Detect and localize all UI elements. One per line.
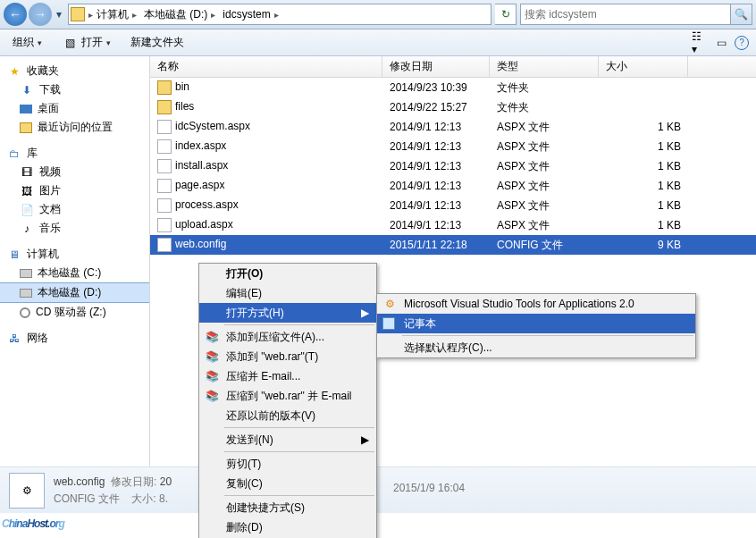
archive-icon: 📚: [205, 330, 219, 344]
file-name: files: [175, 100, 194, 113]
folder-icon: [157, 80, 172, 95]
file-date: 2014/9/22 15:27: [382, 101, 490, 113]
refresh-button[interactable]: ↻: [495, 4, 517, 25]
file-type: ASPX 文件: [490, 218, 599, 233]
desktop-icon: [20, 105, 32, 113]
context-menu: 打开(O) 编辑(E) 打开方式(H)▶ 📚添加到压缩文件(A)... 📚添加到…: [198, 263, 377, 538]
ctx-delete[interactable]: 删除(D): [199, 517, 376, 537]
file-type: ASPX 文件: [490, 179, 599, 194]
open-with-submenu: ⚙Microsoft Visual Studio Tools for Appli…: [376, 293, 696, 358]
folder-icon: [157, 100, 172, 114]
ctx-openwith-notepad[interactable]: 记事本: [377, 314, 695, 333]
sidebar-item-videos[interactable]: 🎞视频: [0, 163, 149, 181]
table-row[interactable]: install.aspx2014/9/1 12:13ASPX 文件1 KB: [150, 156, 756, 176]
back-button[interactable]: ←: [4, 3, 27, 26]
disc-icon: [20, 307, 30, 318]
navigation-pane: ★收藏夹 ⬇下载 桌面 最近访问的位置 🗀库 🎞视频 🖼图片 📄文档 ♪音乐 🖥…: [0, 56, 150, 467]
table-row[interactable]: upload.aspx2014/9/1 12:13ASPX 文件1 KB: [150, 215, 756, 235]
table-row[interactable]: page.aspx2014/9/1 12:13ASPX 文件1 KB: [150, 176, 756, 196]
ctx-open-with[interactable]: 打开方式(H)▶: [199, 303, 376, 323]
ctx-cut[interactable]: 剪切(T): [199, 454, 376, 474]
address-bar: ← → ▾ 计算机 本地磁盘 (D:) idcsystem ↻ 🔍: [0, 0, 756, 29]
col-size[interactable]: 大小: [599, 56, 688, 77]
ctx-zip-email[interactable]: 📚压缩并 E-mail...: [199, 366, 376, 386]
file-name: index.aspx: [175, 139, 226, 152]
file-type: 文件夹: [490, 80, 599, 96]
help-button[interactable]: ?: [735, 36, 749, 50]
network-icon: 🖧: [7, 332, 21, 346]
ctx-shortcut[interactable]: 创建快捷方式(S): [199, 498, 376, 517]
file-icon: [157, 120, 172, 134]
details-filename: web.config: [54, 475, 105, 488]
organize-menu[interactable]: 组织: [7, 33, 47, 52]
app-icon: ▧: [62, 36, 78, 50]
search-box[interactable]: [520, 4, 731, 25]
open-menu[interactable]: ▧ 打开: [56, 33, 116, 52]
ctx-edit[interactable]: 编辑(E): [199, 283, 376, 303]
document-icon: 📄: [20, 203, 34, 217]
ctx-add-archive[interactable]: 📚添加到压缩文件(A)...: [199, 327, 376, 347]
sidebar-item-pictures[interactable]: 🖼图片: [0, 181, 149, 200]
ctx-send-to[interactable]: 发送到(N)▶: [199, 430, 376, 450]
computer-group[interactable]: 🖥计算机: [0, 245, 149, 264]
table-row[interactable]: files2014/9/22 15:27文件夹: [150, 97, 756, 117]
file-date: 2014/9/1 12:13: [382, 180, 490, 192]
preview-pane-button[interactable]: ▭: [713, 36, 729, 50]
col-type[interactable]: 类型: [490, 56, 599, 77]
ctx-ziprar-email[interactable]: 📚压缩到 "web.rar" 并 E-mail: [199, 386, 376, 406]
file-type: 文件夹: [490, 100, 599, 115]
network-group[interactable]: 🖧网络: [0, 329, 149, 348]
folder-icon: [20, 122, 32, 133]
ctx-openwith-choose[interactable]: 选择默认程序(C)...: [377, 338, 695, 357]
file-date: 2014/9/1 12:13: [382, 160, 490, 172]
file-icon: [157, 139, 172, 154]
table-row[interactable]: process.aspx2014/9/1 12:13ASPX 文件1 KB: [150, 196, 756, 215]
sidebar-item-recent[interactable]: 最近访问的位置: [0, 118, 149, 137]
table-row[interactable]: bin2014/9/23 10:39文件夹: [150, 78, 756, 97]
search-input[interactable]: [525, 8, 727, 21]
breadcrumb-seg[interactable]: 本地磁盘 (D:): [140, 7, 219, 22]
file-name: page.aspx: [175, 179, 224, 191]
table-row[interactable]: web.config2015/1/11 22:18CONFIG 文件9 KB: [150, 235, 756, 255]
folder-icon: [71, 7, 85, 21]
file-size: 1 KB: [599, 140, 688, 153]
table-row[interactable]: index.aspx2014/9/1 12:13ASPX 文件1 KB: [150, 137, 756, 156]
computer-icon: 🖥: [7, 248, 21, 262]
sidebar-item-drive-c[interactable]: 本地磁盘 (C:): [0, 264, 149, 282]
ctx-copy[interactable]: 复制(C): [199, 474, 376, 493]
file-date: 2014/9/1 12:13: [382, 199, 490, 212]
libraries-group[interactable]: 🗀库: [0, 144, 149, 163]
ctx-open[interactable]: 打开(O): [199, 264, 376, 283]
breadcrumb-seg[interactable]: idcsystem: [219, 8, 281, 21]
ctx-restore[interactable]: 还原以前的版本(V): [199, 406, 376, 425]
breadcrumb[interactable]: 计算机 本地磁盘 (D:) idcsystem: [68, 4, 491, 25]
sidebar-item-drive-d[interactable]: 本地磁盘 (D:): [0, 282, 149, 303]
col-date[interactable]: 修改日期: [382, 56, 490, 77]
view-options-button[interactable]: ☷ ▾: [692, 36, 708, 50]
file-icon: [157, 159, 172, 173]
file-large-icon: ⚙: [9, 473, 45, 509]
file-type: ASPX 文件: [490, 139, 599, 155]
table-row[interactable]: idcSystem.aspx2014/9/1 12:13ASPX 文件1 KB: [150, 117, 756, 137]
file-size: 1 KB: [599, 160, 688, 172]
new-folder-button[interactable]: 新建文件夹: [125, 33, 189, 52]
col-name[interactable]: 名称: [150, 56, 382, 77]
sidebar-item-cd-drive[interactable]: CD 驱动器 (Z:): [0, 303, 149, 322]
sidebar-item-documents[interactable]: 📄文档: [0, 200, 149, 219]
file-type: ASPX 文件: [490, 198, 599, 214]
forward-button[interactable]: →: [29, 3, 52, 26]
ctx-add-rar[interactable]: 📚添加到 "web.rar"(T): [199, 347, 376, 366]
ctx-openwith-vs[interactable]: ⚙Microsoft Visual Studio Tools for Appli…: [377, 294, 695, 314]
history-dropdown[interactable]: ▾: [54, 8, 64, 21]
drive-icon: [20, 289, 32, 298]
download-icon: ⬇: [20, 83, 34, 97]
breadcrumb-seg[interactable]: 计算机: [93, 7, 140, 22]
toolbar: 组织 ▧ 打开 新建文件夹 ☷ ▾ ▭ ?: [0, 29, 756, 56]
file-size: 1 KB: [599, 121, 688, 133]
sidebar-item-desktop[interactable]: 桌面: [0, 99, 149, 118]
sidebar-item-downloads[interactable]: ⬇下载: [0, 80, 149, 99]
search-button[interactable]: 🔍: [731, 4, 752, 25]
archive-icon: 📚: [205, 349, 219, 364]
favorites-group[interactable]: ★收藏夹: [0, 62, 149, 80]
sidebar-item-music[interactable]: ♪音乐: [0, 219, 149, 238]
